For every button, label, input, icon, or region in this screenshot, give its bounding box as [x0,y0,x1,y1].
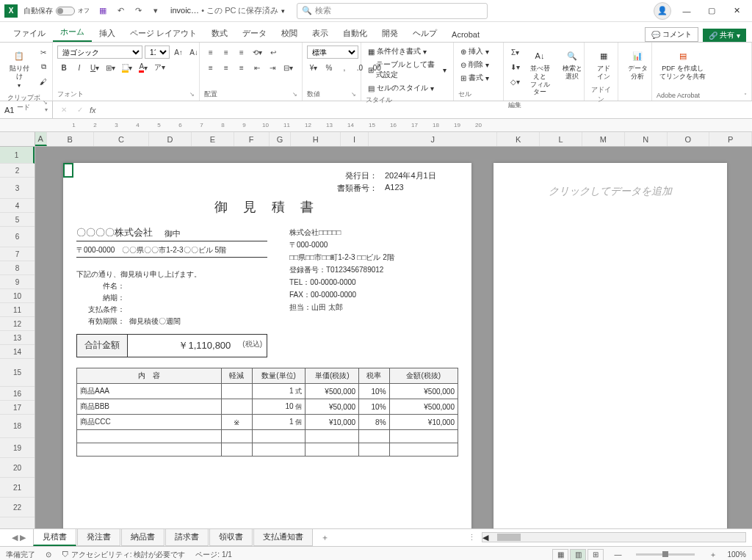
row-header-7[interactable]: 7 [0,247,35,261]
border-button[interactable]: ⊞▾ [104,61,118,74]
row-header-20[interactable]: 20 [0,458,35,478]
status-accessibility[interactable]: ⛉ アクセシビリティ: 検討が必要です [62,550,185,560]
col-header-A[interactable]: A [35,132,47,146]
sheet-nav[interactable]: ◀ ▶ [4,533,33,542]
tab-view[interactable]: 表示 [305,23,336,42]
row-header-8[interactable]: 8 [0,261,35,275]
sheet-tab-5[interactable]: 支払通知書 [253,529,313,546]
analyze-data-button[interactable]: 📊データ 分析 [623,46,652,84]
insert-cells-button[interactable]: ⊕ 挿入 ▾ [458,46,491,57]
row-header-9[interactable]: 9 [0,275,35,289]
close-button[interactable]: ✕ [726,1,748,21]
collapse-ribbon-icon[interactable]: ˅ [744,92,747,99]
col-header-G[interactable]: G [270,132,292,146]
align-middle-icon[interactable]: ≡ [220,46,233,59]
tab-developer[interactable]: 開発 [375,23,405,42]
autosave-toggle[interactable]: 自動保存 オフ [24,6,90,16]
align-left-icon[interactable]: ≡ [204,61,217,74]
select-all-corner[interactable] [0,132,35,146]
row-header-4[interactable]: 4 [0,199,35,213]
row-header-15[interactable]: 15 [0,359,35,387]
delete-cells-button[interactable]: ⊖ 削除 ▾ [458,59,491,70]
format-cells-button[interactable]: ⊞ 書式 ▾ [458,72,491,84]
alignment-launcher[interactable]: ↘ [292,91,297,98]
row-header-13[interactable]: 13 [0,331,35,345]
pdf-share-button[interactable]: ▤PDF を作成し てリンクを共有 [657,46,709,84]
row-header-6[interactable]: 6 [0,227,35,247]
cell-styles-button[interactable]: ▤ セルのスタイル ▾ [366,82,436,94]
view-pagelayout-icon[interactable]: ▥ [570,549,586,561]
save-icon[interactable]: ▦ [97,5,109,17]
zoom-slider[interactable] [636,553,695,556]
tab-insert[interactable]: 挿入 [92,23,123,42]
italic-button[interactable]: I [73,61,86,74]
font-size-select[interactable]: 11 [145,46,170,59]
comments-button[interactable]: 💬 コメント [645,27,698,42]
conditional-format-button[interactable]: ▦ 条件付き書式 ▾ [366,46,429,57]
addins-button[interactable]: ▦アド イン [589,46,618,84]
align-bottom-icon[interactable]: ≡ [235,46,248,59]
col-header-B[interactable]: B [47,132,94,146]
redo-icon[interactable]: ↷ [132,5,144,17]
row-header-10[interactable]: 10 [0,289,35,303]
align-top-icon[interactable]: ≡ [204,46,217,59]
indent-dec-icon[interactable]: ⇤ [250,61,264,74]
search-box[interactable]: 🔍 検索 [297,3,488,19]
font-name-select[interactable]: 游ゴシック [57,46,142,59]
decrease-font-icon[interactable]: A↓ [187,46,200,59]
status-macro-icon[interactable]: ⊙ [46,550,51,559]
number-launcher[interactable]: ↘ [351,91,356,98]
col-header-C[interactable]: C [94,132,150,146]
account-icon[interactable]: 👤 [654,2,671,20]
view-pagebreak-icon[interactable]: ⊞ [588,549,604,561]
col-header-M[interactable]: M [582,132,625,146]
currency-icon[interactable]: ¥▾ [307,61,320,74]
col-header-N[interactable]: N [625,132,668,146]
col-header-I[interactable]: I [341,132,369,146]
add-sheet-button[interactable]: ＋ [314,530,336,545]
wrap-text-icon[interactable]: ↩ [267,46,280,59]
row-header-16[interactable]: 16 [0,387,35,401]
row-header-1[interactable]: 1 [0,147,35,164]
find-select-button[interactable]: 🔍検索と 選択 [557,46,587,84]
col-header-J[interactable]: J [369,132,497,146]
document-title[interactable]: invoic… • この PC に保存済み ▾ [170,5,285,16]
row-header-3[interactable]: 3 [0,178,35,199]
percent-icon[interactable]: % [322,61,336,74]
tab-automate[interactable]: 自動化 [336,23,375,42]
sheet-tab-4[interactable]: 領収書 [209,529,253,546]
row-header-22[interactable]: 22 [0,498,35,517]
share-button[interactable]: 🔗 共有 ▾ [703,29,746,42]
sheet-tab-1[interactable]: 発注書 [77,529,120,546]
format-painter-icon[interactable]: 🖌 [37,75,50,88]
clear-icon[interactable]: ◇▾ [508,75,522,88]
tab-acrobat[interactable]: Acrobat [444,26,487,42]
merge-cells-icon[interactable]: ⊟▾ [281,61,295,74]
row-header-5[interactable]: 5 [0,213,35,227]
view-normal-icon[interactable]: ▦ [552,549,568,561]
zoom-level[interactable]: 100% [727,550,746,559]
col-header-P[interactable]: P [709,132,752,146]
sheet-tab-3[interactable]: 請求書 [165,529,209,546]
col-header-K[interactable]: K [497,132,540,146]
sheet-tab-0[interactable]: 見積書 [33,529,76,546]
sheet-tab-2[interactable]: 納品書 [121,529,164,546]
tab-file[interactable]: ファイル [6,23,53,42]
paste-button[interactable]: 📋 貼り付け ▾ [4,46,34,92]
sheet-grid[interactable]: 発行日：2024年4月1日 書類番号：A123 御 見 積 書 〇〇〇〇株式会社… [35,147,752,528]
row-header-12[interactable]: 12 [0,317,35,331]
tab-home[interactable]: ホーム [53,22,92,42]
row-header-19[interactable]: 19 [0,438,35,458]
tab-data[interactable]: データ [235,23,274,42]
col-header-H[interactable]: H [291,132,341,146]
col-header-F[interactable]: F [234,132,270,146]
cut-icon[interactable]: ✂ [37,46,50,59]
col-header-D[interactable]: D [149,132,192,146]
row-header-18[interactable]: 18 [0,415,35,438]
row-header-11[interactable]: 11 [0,303,35,317]
col-header-O[interactable]: O [668,132,710,146]
align-center-icon[interactable]: ≡ [220,61,233,74]
sort-filter-button[interactable]: A↓並べ替えと フィルター [525,46,554,99]
tab-page-layout[interactable]: ページ レイアウト [123,23,204,42]
underline-button[interactable]: U▾ [88,61,101,74]
